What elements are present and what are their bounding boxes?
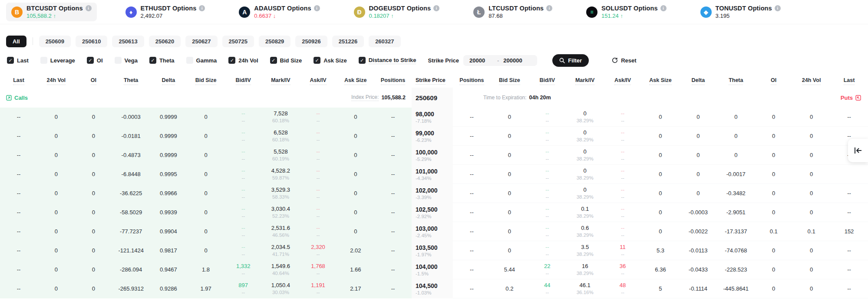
expiry-tab-251226[interactable]: 251226: [332, 36, 364, 47]
call-ask-iv-cell[interactable]: ----: [300, 146, 337, 165]
filter-button[interactable]: Filter: [552, 54, 589, 67]
ticker-item[interactable]: Ł LTCUSDT Options i 87.68: [468, 3, 558, 21]
strike-max-input[interactable]: [503, 57, 531, 64]
call-bid-iv-cell[interactable]: 1,332--: [224, 260, 262, 279]
put-ask-iv-cell[interactable]: ----: [604, 222, 642, 241]
expiry-tab-260327[interactable]: 260327: [369, 36, 400, 47]
call-bid-iv-cell[interactable]: ----: [224, 184, 262, 203]
put-mark-iv-cell[interactable]: 1638.29%: [566, 260, 604, 279]
call-mark-iv-cell[interactable]: 5,52860.19%: [262, 146, 299, 165]
call-bid-iv-cell[interactable]: 897--: [224, 279, 262, 298]
call-mark-iv-cell[interactable]: 3,529.358.33%: [262, 184, 299, 203]
call-ask-iv-cell[interactable]: ----: [300, 108, 337, 127]
column-toggle-checkbox[interactable]: ✓ Ask Size: [314, 57, 347, 64]
put-mark-iv-cell[interactable]: 038.29%: [566, 127, 604, 145]
expiry-tab-all[interactable]: All: [6, 36, 26, 47]
put-mark-iv-cell[interactable]: 0.138.29%: [566, 203, 604, 222]
call-mark-iv-cell[interactable]: 2,034.541.71%: [262, 241, 299, 260]
column-toggle-checkbox[interactable]: Leverage: [40, 57, 75, 64]
reset-button[interactable]: Reset: [612, 57, 636, 64]
call-ask-iv-cell[interactable]: ----: [300, 127, 337, 146]
put-mark-iv-cell[interactable]: 038.29%: [566, 165, 604, 183]
call-ask-iv-cell[interactable]: ----: [300, 203, 337, 222]
ticker-item[interactable]: ♦ ETHUSDT Options i 2,492.07: [120, 3, 211, 21]
call-ask-iv-cell[interactable]: 2,320--: [300, 241, 337, 260]
expiry-tab-250613[interactable]: 250613: [112, 36, 144, 47]
call-mark-iv-cell[interactable]: 1,549.640.64%: [262, 260, 299, 279]
put-bid-iv-cell[interactable]: ----: [528, 165, 566, 183]
expiry-tab-250610[interactable]: 250610: [76, 36, 107, 47]
put-ask-iv-cell[interactable]: ----: [604, 127, 642, 145]
call-ask-iv-cell[interactable]: ----: [300, 222, 337, 241]
call-mark-iv-cell[interactable]: 7,52860.18%: [262, 108, 299, 127]
call-bid-iv-cell[interactable]: ----: [224, 165, 262, 184]
put-mark-iv-cell[interactable]: 0.638.29%: [566, 222, 604, 241]
expiry-tab-250627[interactable]: 250627: [185, 36, 217, 47]
column-toggle-checkbox[interactable]: Vega: [115, 57, 138, 64]
call-bid-iv-cell[interactable]: ----: [224, 203, 262, 222]
expiry-tab-250609[interactable]: 250609: [39, 36, 71, 47]
call-bid-iv-cell[interactable]: ----: [224, 241, 262, 260]
info-icon[interactable]: i: [433, 5, 439, 11]
expiry-tab-250725[interactable]: 250725: [222, 36, 254, 47]
call-mark-iv-cell[interactable]: 1,050.430.03%: [262, 279, 299, 298]
put-ask-iv-cell[interactable]: ----: [604, 184, 642, 203]
ticker-item[interactable]: ◆ TONUSDT Options i 3.195: [695, 3, 786, 21]
put-ask-iv-cell[interactable]: ----: [604, 146, 642, 164]
info-icon[interactable]: i: [660, 5, 667, 11]
call-ask-iv-cell[interactable]: ----: [300, 184, 337, 203]
put-ask-iv-cell[interactable]: 36--: [604, 260, 642, 279]
put-mark-iv-cell[interactable]: 3.538.29%: [566, 241, 604, 260]
put-bid-iv-cell[interactable]: ----: [528, 108, 566, 126]
info-icon[interactable]: i: [775, 5, 781, 11]
call-ask-iv-cell[interactable]: ----: [300, 165, 337, 184]
put-ask-iv-cell[interactable]: ----: [604, 203, 642, 222]
column-toggle-checkbox[interactable]: Gamma: [186, 57, 217, 64]
put-bid-iv-cell[interactable]: 44--: [528, 279, 566, 298]
ticker-item[interactable]: ≡ SOLUSDT Options i 151.24 ↑: [581, 3, 672, 21]
column-toggle-checkbox[interactable]: ✓ 24h Vol: [228, 57, 258, 64]
column-toggle-checkbox[interactable]: ✓ Distance to Strike: [359, 57, 416, 64]
expiry-tab-250926[interactable]: 250926: [295, 36, 327, 47]
put-bid-iv-cell[interactable]: 22--: [528, 260, 566, 279]
call-ask-iv-cell[interactable]: 1,768--: [300, 260, 337, 279]
column-toggle-checkbox[interactable]: ✓ Bid Size: [270, 57, 302, 64]
call-mark-iv-cell[interactable]: 4,528.259.87%: [262, 165, 299, 184]
call-bid-iv-cell[interactable]: ----: [224, 146, 262, 165]
collapse-panel-button[interactable]: [848, 139, 868, 162]
call-bid-iv-cell[interactable]: ----: [224, 222, 262, 241]
put-ask-iv-cell[interactable]: 48--: [604, 279, 642, 298]
put-ask-iv-cell[interactable]: 11--: [604, 241, 642, 260]
column-toggle-checkbox[interactable]: ✓ Last: [7, 57, 29, 64]
call-ask-iv-cell[interactable]: 1,191--: [300, 279, 337, 298]
put-bid-iv-cell[interactable]: ----: [528, 203, 566, 222]
put-ask-iv-cell[interactable]: ----: [604, 108, 642, 126]
put-bid-iv-cell[interactable]: ----: [528, 241, 566, 260]
call-mark-iv-cell[interactable]: 6,52860.18%: [262, 127, 299, 146]
info-icon[interactable]: i: [314, 5, 320, 11]
call-mark-iv-cell[interactable]: 3,030.452.23%: [262, 203, 299, 222]
info-icon[interactable]: i: [546, 5, 552, 11]
ticker-item[interactable]: A ADAUSDT Options i 0.6637 ↓: [234, 3, 325, 21]
expiry-tab-250829[interactable]: 250829: [259, 36, 290, 47]
column-toggle-checkbox[interactable]: ✓ OI: [87, 57, 103, 64]
strike-min-input[interactable]: [469, 57, 493, 64]
put-mark-iv-cell[interactable]: 038.29%: [566, 184, 604, 203]
put-mark-iv-cell[interactable]: 46.136.16%: [566, 279, 604, 298]
column-toggle-checkbox[interactable]: ✓ Theta: [149, 57, 175, 64]
put-bid-iv-cell[interactable]: ----: [528, 127, 566, 145]
info-icon[interactable]: i: [199, 5, 205, 11]
call-mark-iv-cell[interactable]: 2,531.646.56%: [262, 222, 299, 241]
put-mark-iv-cell[interactable]: 038.29%: [566, 146, 604, 164]
put-mark-iv-cell[interactable]: 038.29%: [566, 108, 604, 126]
ticker-item[interactable]: B BTCUSDT Options i 105,588.2 ↑: [6, 3, 97, 21]
call-bid-iv-cell[interactable]: ----: [224, 108, 262, 127]
put-bid-iv-cell[interactable]: ----: [528, 222, 566, 241]
info-icon[interactable]: i: [86, 5, 92, 11]
call-bid-iv-cell[interactable]: ----: [224, 127, 262, 146]
expiry-tab-250620[interactable]: 250620: [149, 36, 181, 47]
put-bid-iv-cell[interactable]: ----: [528, 146, 566, 164]
put-bid-iv-cell[interactable]: ----: [528, 184, 566, 203]
ticker-item[interactable]: Ð DOGEUSDT Options i 0.18207 ↑: [349, 3, 445, 21]
put-ask-iv-cell[interactable]: ----: [604, 165, 642, 183]
